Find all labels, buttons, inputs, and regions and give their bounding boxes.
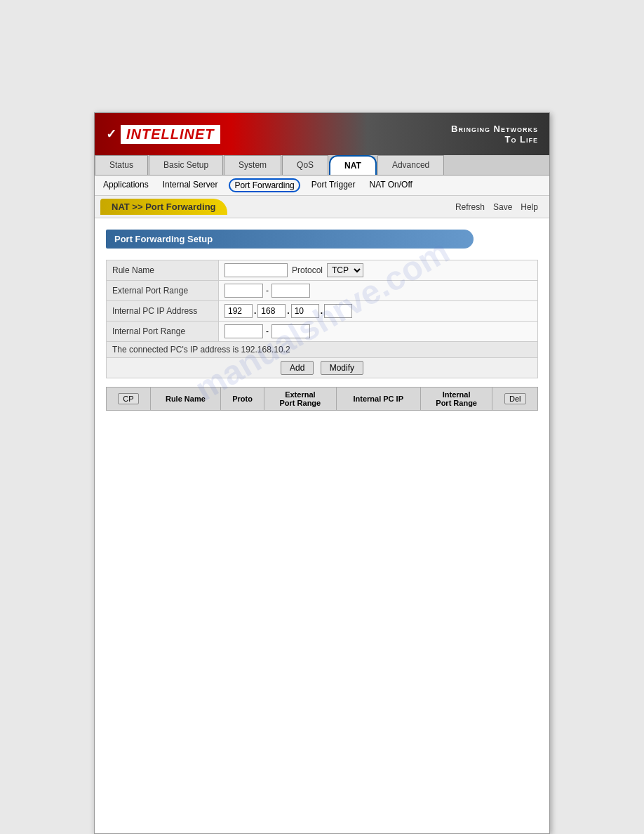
external-port-end-input[interactable]: [271, 284, 310, 298]
tab-status[interactable]: Status: [95, 155, 148, 175]
ip-sep-2: .: [287, 306, 289, 316]
tagline: Bringing NetworksTo Life: [451, 124, 538, 145]
col-internal-pc-ip: Internal PC IP: [336, 388, 420, 411]
external-port-range-row: External Port Range -: [107, 281, 538, 301]
col-cp: CP: [107, 388, 151, 411]
breadcrumb-title: NAT >> Port Forwarding: [100, 199, 227, 215]
sub-nav-nat-onoff[interactable]: NAT On/Off: [367, 178, 415, 192]
internal-port-range-cell: -: [219, 322, 538, 342]
external-port-start-input[interactable]: [224, 284, 263, 298]
sub-nav-port-trigger[interactable]: Port Trigger: [309, 178, 358, 192]
section-title: Port Forwarding Setup: [106, 230, 474, 249]
col-proto: Proto: [220, 388, 264, 411]
ip-octet2-input[interactable]: [257, 304, 286, 318]
external-port-range-label: External Port Range: [107, 281, 219, 301]
results-table: CP Rule Name Proto ExternalPort Range In…: [106, 387, 538, 411]
sub-nav-applications[interactable]: Applications: [100, 178, 152, 192]
content-area: Port Forwarding Setup Rule Name Protocol: [95, 218, 549, 422]
tab-qos[interactable]: QoS: [282, 155, 328, 175]
protocol-select[interactable]: TCP UDP Both: [327, 263, 363, 277]
logo-text: INTELLINET: [121, 125, 220, 144]
add-button[interactable]: Add: [281, 361, 314, 375]
save-button[interactable]: Save: [493, 202, 512, 212]
router-ui: ✓ INTELLINET Bringing NetworksTo Life St…: [94, 112, 550, 834]
rule-name-row: Rule Name Protocol TCP UDP Both: [107, 260, 538, 281]
tab-basic-setup[interactable]: Basic Setup: [149, 155, 223, 175]
button-row: Add Modify: [107, 358, 538, 378]
button-cell: Add Modify: [107, 358, 538, 378]
external-port-dash: -: [266, 286, 269, 296]
ip-sep-3: .: [321, 306, 323, 316]
logo-area: ✓ INTELLINET: [106, 125, 220, 144]
connected-pc-info: The connected PC's IP address is 192.168…: [107, 342, 538, 358]
results-header-row: CP Rule Name Proto ExternalPort Range In…: [107, 388, 538, 411]
internal-port-dash: -: [266, 326, 269, 336]
internal-port-end-input[interactable]: [271, 324, 310, 338]
form-table: Rule Name Protocol TCP UDP Both: [106, 260, 538, 378]
tab-nat[interactable]: NAT: [329, 155, 377, 175]
internal-port-start-input[interactable]: [224, 324, 263, 338]
sub-nav: Applications Internal Server Port Forwar…: [95, 176, 549, 196]
col-del: Del: [492, 388, 538, 411]
internal-pc-ip-label: Internal PC IP Address: [107, 301, 219, 322]
ip-octet4-input[interactable]: [324, 304, 352, 318]
help-button[interactable]: Help: [521, 202, 538, 212]
rule-name-cell: Protocol TCP UDP Both: [219, 260, 538, 281]
content-wrapper: manualshrve.com Port Forwarding Setup Ru…: [95, 218, 549, 422]
rule-name-input[interactable]: [224, 263, 288, 277]
tab-advanced[interactable]: Advanced: [377, 155, 444, 175]
header: ✓ INTELLINET Bringing NetworksTo Life: [95, 113, 549, 155]
breadcrumb-bar: NAT >> Port Forwarding Refresh Save Help: [95, 196, 549, 218]
internal-port-range-row: Internal Port Range -: [107, 322, 538, 342]
internal-pc-ip-cell: . . .: [219, 301, 538, 322]
ip-sep-1: .: [254, 306, 256, 316]
external-port-range-cell: -: [219, 281, 538, 301]
col-internal-port-range: InternalPort Range: [420, 388, 492, 411]
internal-pc-ip-row: Internal PC IP Address . . .: [107, 301, 538, 322]
cp-button[interactable]: CP: [118, 393, 138, 404]
protocol-label: Protocol: [292, 265, 323, 275]
connected-pc-row: The connected PC's IP address is 192.168…: [107, 342, 538, 358]
modify-button[interactable]: Modify: [321, 361, 363, 375]
ip-octet1-input[interactable]: [224, 304, 253, 318]
internal-port-range-label: Internal Port Range: [107, 322, 219, 342]
col-external-port-range: ExternalPort Range: [264, 388, 337, 411]
tab-system[interactable]: System: [224, 155, 281, 175]
breadcrumb-actions: Refresh Save Help: [455, 202, 544, 212]
col-rule-name: Rule Name: [150, 388, 220, 411]
logo-check-icon: ✓: [106, 126, 116, 142]
sub-nav-internal-server[interactable]: Internal Server: [160, 178, 221, 192]
del-button[interactable]: Del: [504, 393, 526, 404]
rule-name-label: Rule Name: [107, 260, 219, 281]
nav-tabs: Status Basic Setup System QoS NAT Advanc…: [95, 155, 549, 176]
ip-octet3-input[interactable]: [291, 304, 319, 318]
sub-nav-port-forwarding[interactable]: Port Forwarding: [229, 178, 300, 192]
refresh-button[interactable]: Refresh: [455, 202, 485, 212]
